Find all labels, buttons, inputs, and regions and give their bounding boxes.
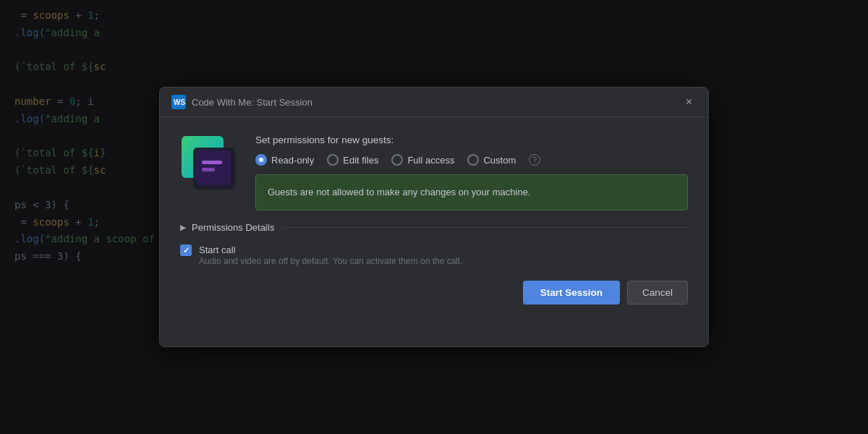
webstorm-icon: WS: [171, 95, 186, 109]
start-call-label[interactable]: Start call: [199, 244, 236, 255]
close-button[interactable]: ×: [681, 95, 697, 109]
radio-readonly-input[interactable]: [255, 154, 267, 166]
radio-editfiles-label[interactable]: Edit files: [343, 155, 378, 166]
radio-editfiles[interactable]: Edit files: [327, 154, 378, 166]
start-call-checkbox-row[interactable]: Start call: [180, 244, 688, 256]
description-box: Guests are not allowed to make any chang…: [255, 174, 688, 210]
dialog-title: Code With Me: Start Session: [192, 97, 676, 108]
svg-rect-6: [202, 161, 222, 164]
radio-editfiles-input[interactable]: [327, 154, 339, 166]
help-icon[interactable]: ?: [529, 154, 540, 166]
radio-fullaccess-input[interactable]: [391, 154, 403, 166]
radio-readonly-label[interactable]: Read-only: [271, 155, 314, 166]
app-logo: [180, 135, 238, 192]
dialog: WS Code With Me: Start Session ×: [159, 87, 709, 347]
radio-fullaccess-label[interactable]: Full access: [407, 155, 454, 166]
radio-custom[interactable]: Custom: [467, 154, 516, 166]
svg-text:WS: WS: [174, 98, 185, 106]
svg-rect-7: [202, 168, 215, 171]
radio-readonly[interactable]: Read-only: [255, 154, 314, 166]
start-call-section: Start call Audio and video are off by de…: [180, 244, 688, 266]
chevron-right-icon: ▶: [180, 223, 186, 232]
start-session-button[interactable]: Start Session: [523, 281, 620, 305]
radio-group: Read-only Edit files Full access Cu: [255, 154, 688, 166]
permissions-area: Set permissions for new guests: Read-onl…: [255, 135, 688, 210]
start-call-checkbox[interactable]: [180, 244, 192, 256]
modal-overlay: WS Code With Me: Start Session ×: [0, 0, 868, 434]
radio-custom-label[interactable]: Custom: [483, 155, 516, 166]
cancel-button[interactable]: Cancel: [627, 281, 688, 305]
top-row: Set permissions for new guests: Read-onl…: [180, 135, 688, 210]
dialog-body: Set permissions for new guests: Read-onl…: [160, 117, 708, 322]
permissions-label: Set permissions for new guests:: [255, 135, 688, 145]
permissions-details-toggle[interactable]: ▶ Permissions Details: [180, 222, 688, 233]
dialog-header: WS Code With Me: Start Session ×: [160, 88, 708, 117]
buttons-row: Start Session Cancel: [180, 278, 688, 307]
radio-custom-input[interactable]: [467, 154, 479, 166]
radio-fullaccess[interactable]: Full access: [391, 154, 454, 166]
logo-area: [180, 135, 238, 192]
call-sub-note: Audio and video are off by default. You …: [199, 256, 688, 266]
permissions-details-label: Permissions Details: [192, 222, 274, 233]
